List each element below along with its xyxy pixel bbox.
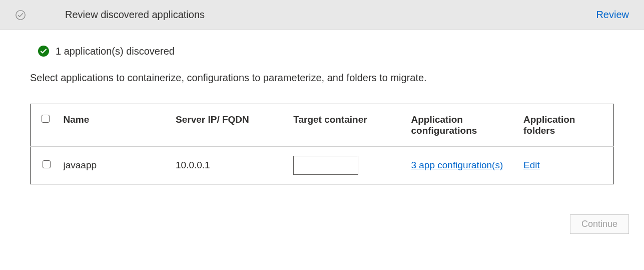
svg-point-0 xyxy=(16,10,25,19)
edit-folders-link[interactable]: Edit xyxy=(523,160,540,170)
checkmark-circle-icon xyxy=(15,10,26,21)
select-all-checkbox[interactable] xyxy=(42,115,50,123)
target-container-input[interactable] xyxy=(293,156,358,175)
instruction-text: Select applications to containerize, con… xyxy=(30,72,614,84)
cell-server: 10.0.0.1 xyxy=(170,147,287,184)
cell-target xyxy=(287,147,405,184)
table-row: javaapp 10.0.0.1 3 app configuration(s) … xyxy=(31,147,614,184)
header-checkbox-cell xyxy=(31,104,58,147)
footer: Continue xyxy=(0,194,644,244)
cell-name: javaapp xyxy=(57,147,170,184)
page-header: Review discovered applications Review xyxy=(0,0,644,30)
table-header-row: Name Server IP/ FQDN Target container Ap… xyxy=(31,104,614,147)
cell-config: 3 app configuration(s) xyxy=(405,147,517,184)
main-content: 1 application(s) discovered Select appli… xyxy=(0,30,644,194)
header-folders: Application folders xyxy=(517,104,614,147)
success-check-icon xyxy=(38,45,50,57)
header-config: Application configurations xyxy=(405,104,517,147)
continue-button[interactable]: Continue xyxy=(570,214,629,234)
row-checkbox[interactable] xyxy=(43,160,51,168)
header-name: Name xyxy=(57,104,170,147)
review-link[interactable]: Review xyxy=(596,9,629,21)
row-checkbox-cell xyxy=(31,147,58,184)
applications-table: Name Server IP/ FQDN Target container Ap… xyxy=(30,104,614,184)
app-configurations-link[interactable]: 3 app configuration(s) xyxy=(411,160,503,170)
status-text: 1 application(s) discovered xyxy=(56,46,175,57)
header-target: Target container xyxy=(287,104,405,147)
page-title: Review discovered applications xyxy=(65,9,596,21)
cell-folders: Edit xyxy=(517,147,614,184)
header-server: Server IP/ FQDN xyxy=(170,104,287,147)
status-row: 1 application(s) discovered xyxy=(38,45,614,57)
